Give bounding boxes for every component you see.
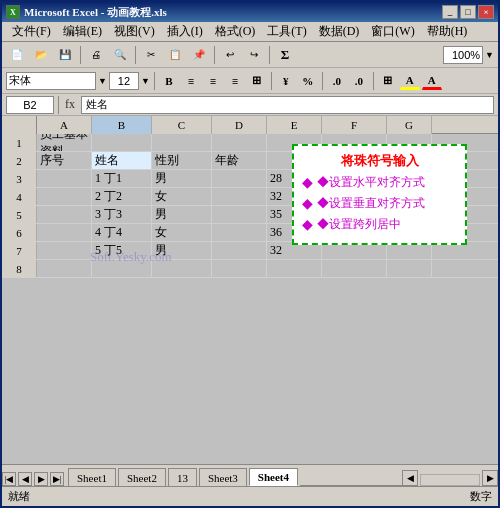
cell-D4[interactable]: [212, 188, 267, 205]
print-button[interactable]: 🖨: [85, 45, 107, 65]
cell-C6[interactable]: 女: [152, 224, 212, 241]
cell-G8[interactable]: [387, 260, 432, 277]
col-header-B[interactable]: B: [92, 116, 152, 134]
col-header-G[interactable]: G: [387, 116, 432, 134]
tab-prev-button[interactable]: ◀: [18, 472, 32, 486]
menu-view[interactable]: 视图(V): [108, 22, 161, 41]
open-button[interactable]: 📂: [30, 45, 52, 65]
hscroll-track[interactable]: [420, 474, 480, 486]
cell-A4[interactable]: [37, 188, 92, 205]
preview-button[interactable]: 🔍: [109, 45, 131, 65]
cell-A5[interactable]: [37, 206, 92, 223]
tab-sheet4[interactable]: Sheet4: [249, 468, 298, 486]
cell-C2[interactable]: 性别: [152, 152, 212, 169]
menu-tools[interactable]: 工具(T): [261, 22, 312, 41]
cell-D1[interactable]: [212, 134, 267, 151]
fx-icon[interactable]: fx: [63, 97, 77, 112]
cell-B7[interactable]: 5 丁5: [92, 242, 152, 259]
menu-insert[interactable]: 插入(I): [161, 22, 209, 41]
save-button[interactable]: 💾: [54, 45, 76, 65]
menu-data[interactable]: 数据(D): [313, 22, 366, 41]
cell-D8[interactable]: [212, 260, 267, 277]
undo-button[interactable]: ↩: [219, 45, 241, 65]
redo-button[interactable]: ↪: [243, 45, 265, 65]
cell-C3[interactable]: 男: [152, 170, 212, 187]
popup-item-2: ◆ ◆设置垂直对齐方式: [302, 195, 457, 212]
tab-sheet3[interactable]: Sheet3: [199, 468, 247, 486]
hscroll-left[interactable]: ◀: [402, 470, 418, 486]
zoom-dropdown-icon[interactable]: ▼: [485, 50, 494, 60]
menu-help[interactable]: 帮助(H): [421, 22, 474, 41]
cell-D6[interactable]: [212, 224, 267, 241]
minimize-button[interactable]: _: [442, 5, 458, 19]
paste-button[interactable]: 📌: [188, 45, 210, 65]
col-header-C[interactable]: C: [152, 116, 212, 134]
tab-13[interactable]: 13: [168, 468, 197, 486]
menu-file[interactable]: 文件(F): [6, 22, 57, 41]
cell-C5[interactable]: 男: [152, 206, 212, 223]
align-center-button[interactable]: ≡: [203, 72, 223, 90]
cell-D5[interactable]: [212, 206, 267, 223]
col-header-D[interactable]: D: [212, 116, 267, 134]
merge-button[interactable]: ⊞: [247, 72, 267, 90]
menu-window[interactable]: 窗口(W): [365, 22, 420, 41]
tab-sheet2[interactable]: Sheet2: [118, 468, 166, 486]
font-size-dropdown[interactable]: ▼: [141, 76, 150, 86]
maximize-button[interactable]: □: [460, 5, 476, 19]
cell-B2[interactable]: 姓名: [92, 152, 152, 169]
cell-A7[interactable]: [37, 242, 92, 259]
align-right-button[interactable]: ≡: [225, 72, 245, 90]
cell-C1[interactable]: [152, 134, 212, 151]
percent-button[interactable]: %: [298, 72, 318, 90]
align-left-button[interactable]: ≡: [181, 72, 201, 90]
formula-input[interactable]: [81, 96, 494, 114]
font-name-input[interactable]: [6, 72, 96, 90]
menu-format[interactable]: 格式(O): [209, 22, 262, 41]
tab-first-button[interactable]: |◀: [2, 472, 16, 486]
cell-B6[interactable]: 4 丁4: [92, 224, 152, 241]
close-button[interactable]: ×: [478, 5, 494, 19]
hscroll-right[interactable]: ▶: [482, 470, 498, 486]
cell-B8[interactable]: [92, 260, 152, 277]
cell-B4[interactable]: 2 丁2: [92, 188, 152, 205]
copy-button[interactable]: 📋: [164, 45, 186, 65]
cell-D7[interactable]: [212, 242, 267, 259]
cell-C7[interactable]: 男: [152, 242, 212, 259]
bold-button[interactable]: B: [159, 72, 179, 90]
font-color-button[interactable]: A: [422, 72, 442, 90]
fill-color-button[interactable]: A: [400, 72, 420, 90]
cell-B1[interactable]: [92, 134, 152, 151]
zoom-input[interactable]: [443, 46, 483, 64]
col-header-A[interactable]: A: [37, 116, 92, 134]
tab-next-button[interactable]: ▶: [34, 472, 48, 486]
sum-button[interactable]: Σ: [274, 45, 296, 65]
cell-D3[interactable]: [212, 170, 267, 187]
cut-button[interactable]: ✂: [140, 45, 162, 65]
border-button[interactable]: ⊞: [378, 72, 398, 90]
new-button[interactable]: 📄: [6, 45, 28, 65]
col-header-F[interactable]: F: [322, 116, 387, 134]
currency-button[interactable]: ¥: [276, 72, 296, 90]
tab-last-button[interactable]: ▶|: [50, 472, 64, 486]
cell-A8[interactable]: [37, 260, 92, 277]
menu-edit[interactable]: 编辑(E): [57, 22, 108, 41]
cell-A2[interactable]: 序号: [37, 152, 92, 169]
cell-C4[interactable]: 女: [152, 188, 212, 205]
cell-F8[interactable]: [322, 260, 387, 277]
cell-C8[interactable]: [152, 260, 212, 277]
font-name-dropdown[interactable]: ▼: [98, 76, 107, 86]
cell-reference-input[interactable]: [6, 96, 54, 114]
decrease-decimal[interactable]: .0: [349, 72, 369, 90]
increase-decimal[interactable]: .0: [327, 72, 347, 90]
cell-E8[interactable]: [267, 260, 322, 277]
cell-D2[interactable]: 年龄: [212, 152, 267, 169]
cell-A3[interactable]: [37, 170, 92, 187]
cell-B5[interactable]: 3 丁3: [92, 206, 152, 223]
cell-A1[interactable]: 员工基本资料: [37, 134, 92, 151]
tab-sheet1[interactable]: Sheet1: [68, 468, 116, 486]
row-num-7: 7: [2, 242, 37, 259]
cell-A6[interactable]: [37, 224, 92, 241]
col-header-E[interactable]: E: [267, 116, 322, 134]
font-size-input[interactable]: [109, 72, 139, 90]
cell-B3[interactable]: 1 丁1: [92, 170, 152, 187]
